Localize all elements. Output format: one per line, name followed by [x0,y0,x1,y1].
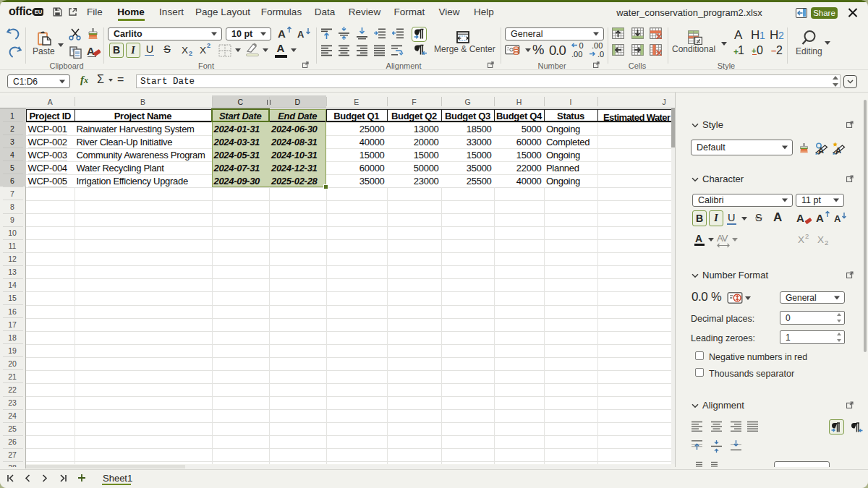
svg-text:.0: .0 [597,50,604,58]
svg-text:.00: .00 [571,50,582,58]
svg-text:A: A [818,146,824,155]
svg-text:A: A [835,146,841,155]
svg-text:0: 0 [579,42,584,50]
svg-text:.00: .00 [592,42,603,50]
